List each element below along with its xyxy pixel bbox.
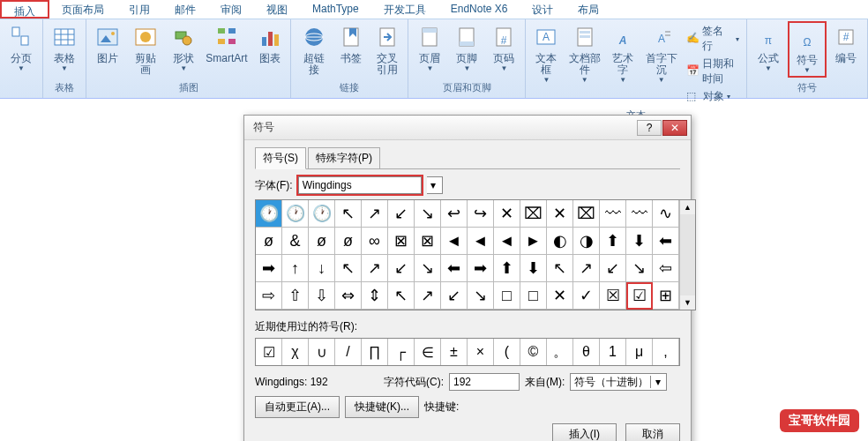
shapes-button[interactable]: 形状▼	[166, 21, 200, 74]
symbol-cell[interactable]: ↗	[362, 255, 388, 282]
symbol-cell[interactable]: 🕐	[282, 200, 309, 228]
symbol-cell[interactable]: ↖	[335, 200, 362, 228]
recent-symbol-cell[interactable]: ∏	[362, 339, 388, 365]
char-code-field[interactable]: 192	[449, 373, 520, 391]
recent-symbol-cell[interactable]: 。	[547, 339, 573, 365]
symbol-cell[interactable]: □	[520, 282, 547, 310]
symbol-cell[interactable]: ✕	[547, 200, 573, 228]
tab-design[interactable]: 设计	[520, 0, 565, 19]
recent-symbol-cell[interactable]: ×	[468, 339, 494, 365]
object-button[interactable]: ⬚对象▾	[685, 88, 741, 105]
symbol-cell[interactable]: ↩	[441, 200, 468, 228]
recent-symbol-cell[interactable]: ┌	[388, 339, 415, 365]
tab-view[interactable]: 视图	[254, 0, 300, 19]
recent-symbol-cell[interactable]: θ	[573, 339, 600, 365]
section-break-button[interactable]: 分页 ▼	[4, 21, 39, 74]
tab-symbols[interactable]: 符号(S)	[255, 147, 306, 169]
symbol-cell[interactable]: ↖	[547, 255, 573, 282]
textbox-button[interactable]: A文本框▼	[529, 21, 563, 86]
symbol-cell[interactable]: &	[282, 228, 309, 255]
symbol-cell[interactable]: ↙	[388, 200, 415, 228]
recent-symbol-cell[interactable]: (	[494, 339, 520, 365]
symbol-cell[interactable]: ↗	[362, 200, 388, 228]
symbol-cell[interactable]: ⌧	[520, 200, 547, 228]
scroll-up-icon[interactable]: ▲	[680, 200, 695, 214]
symbol-cell[interactable]: ⬆	[494, 255, 520, 282]
datetime-button[interactable]: 📅日期和时间	[685, 56, 741, 87]
tab-insert[interactable]: 插入	[0, 0, 49, 19]
symbol-cell[interactable]: ⬇	[626, 228, 653, 255]
symbol-cell[interactable]: ↖	[335, 255, 362, 282]
tab-layout2[interactable]: 布局	[565, 0, 611, 19]
recent-symbol-cell[interactable]: χ	[282, 339, 309, 365]
table-button[interactable]: 表格 ▼	[47, 21, 82, 74]
chart-button[interactable]: 图表	[252, 21, 287, 66]
bookmark-button[interactable]: 书签	[334, 21, 369, 66]
symbol-cell[interactable]: ►	[520, 228, 547, 255]
symbol-cell[interactable]: ⇨	[256, 282, 282, 310]
symbol-cell[interactable]: ◄	[441, 228, 468, 255]
number-button[interactable]: #编号	[828, 21, 864, 66]
recent-symbol-cell[interactable]: ,	[653, 339, 679, 365]
insert-button[interactable]: 插入(I)	[552, 423, 617, 441]
dialog-titlebar[interactable]: 符号 ? ✕	[244, 116, 691, 140]
picture-button[interactable]: 图片	[90, 21, 124, 66]
from-combobox[interactable]: 符号（十进制）▾	[570, 373, 667, 391]
signature-line-button[interactable]: ✍签名行▾	[685, 23, 741, 55]
symbol-cell[interactable]: □	[494, 282, 520, 310]
symbol-cell[interactable]: 🕐	[309, 200, 335, 228]
symbol-cell[interactable]: ↙	[600, 255, 626, 282]
symbol-cell[interactable]: ➡	[256, 255, 282, 282]
scroll-down-icon[interactable]: ▼	[680, 295, 695, 310]
symbol-cell[interactable]: 〰	[626, 200, 653, 228]
equation-button[interactable]: π公式▼	[751, 21, 786, 74]
tab-mathtype[interactable]: MathType	[300, 0, 371, 19]
symbol-cell[interactable]: ↖	[388, 282, 415, 310]
symbol-cell[interactable]: ø	[256, 228, 282, 255]
smartart-button[interactable]: SmartArt	[203, 21, 251, 66]
font-combobox-arrow[interactable]: ▾	[427, 176, 443, 194]
tab-mailings[interactable]: 邮件	[162, 0, 208, 19]
symbol-cell[interactable]: ↗	[415, 282, 441, 310]
scrollbar[interactable]: ▲▼	[679, 200, 695, 310]
symbol-cell[interactable]: ∿	[653, 200, 679, 228]
symbol-cell[interactable]: ☑	[626, 282, 653, 310]
recent-symbol-cell[interactable]: ©	[520, 339, 547, 365]
recent-symbol-cell[interactable]: ☑	[256, 339, 282, 365]
close-button[interactable]: ✕	[662, 120, 687, 136]
symbol-cell[interactable]: ⇕	[362, 282, 388, 310]
quickparts-button[interactable]: 文档部件▼	[565, 21, 604, 86]
tab-developer[interactable]: 开发工具	[371, 0, 438, 19]
symbol-cell[interactable]: ⇔	[335, 282, 362, 310]
symbol-cell[interactable]: ⬇	[520, 255, 547, 282]
symbol-cell[interactable]: ➡	[468, 255, 494, 282]
recent-symbol-cell[interactable]: 1	[600, 339, 626, 365]
symbol-cell[interactable]: ✕	[547, 282, 573, 310]
recent-symbol-cell[interactable]: ∈	[415, 339, 441, 365]
crossref-button[interactable]: 交叉 引用	[370, 21, 405, 78]
recent-symbol-cell[interactable]: μ	[626, 339, 653, 365]
symbol-cell[interactable]: ⇩	[309, 282, 335, 310]
symbol-cell[interactable]: ↑	[282, 255, 309, 282]
clipart-button[interactable]: 剪贴画	[126, 21, 164, 78]
cancel-button[interactable]: 取消	[625, 423, 680, 441]
symbol-cell[interactable]: ↪	[468, 200, 494, 228]
symbol-cell[interactable]: ⊞	[653, 282, 679, 310]
symbol-cell[interactable]: ✕	[494, 200, 520, 228]
help-button[interactable]: ?	[637, 120, 662, 136]
scroll-track[interactable]	[680, 214, 695, 295]
symbol-cell[interactable]: ⌧	[573, 200, 600, 228]
footer-button[interactable]: 页脚▼	[449, 21, 484, 74]
symbol-cell[interactable]: ◐	[547, 228, 573, 255]
symbol-cell[interactable]: ø	[335, 228, 362, 255]
symbol-cell[interactable]: ↘	[415, 200, 441, 228]
header-button[interactable]: 页眉▼	[412, 21, 447, 74]
symbol-cell[interactable]: ⊠	[388, 228, 415, 255]
symbol-cell[interactable]: ⬅	[653, 228, 679, 255]
pageno-button[interactable]: #页码▼	[486, 21, 521, 74]
symbol-cell[interactable]: 🕐	[256, 200, 282, 228]
font-combobox[interactable]: Wingdings	[298, 176, 422, 194]
symbol-cell[interactable]: ↘	[626, 255, 653, 282]
symbol-cell[interactable]: ⬆	[600, 228, 626, 255]
tab-layout[interactable]: 页面布局	[49, 0, 116, 19]
